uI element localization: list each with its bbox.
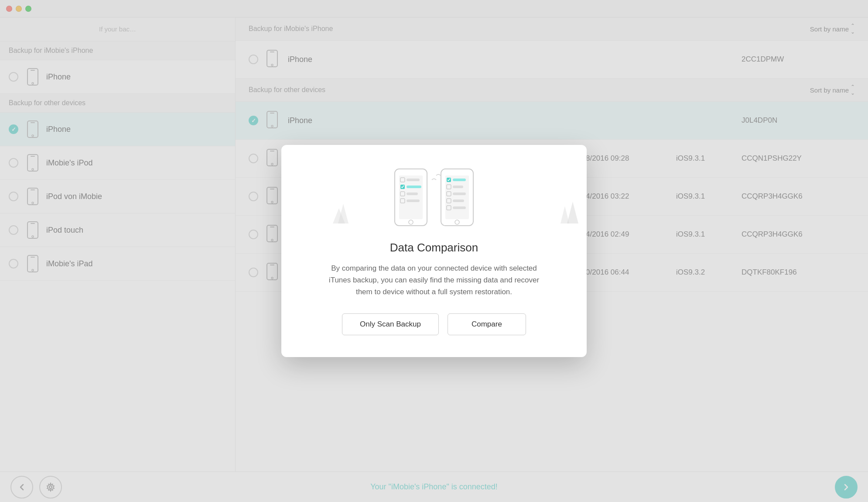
modal-illustration	[303, 162, 565, 232]
app-window: If your bac… Backup for iMobie's iPhone …	[0, 0, 868, 502]
svg-rect-46	[407, 186, 421, 188]
only-scan-backup-button[interactable]: Only Scan Backup	[342, 313, 439, 335]
modal-title: Data Comparison	[303, 241, 565, 254]
svg-rect-55	[453, 179, 466, 181]
svg-rect-44	[407, 179, 420, 181]
data-comparison-modal: Data Comparison By comparing the data on…	[281, 145, 587, 358]
phone-comparison-illustration	[386, 165, 482, 230]
modal-description: By comparing the data on your connected …	[321, 262, 547, 298]
svg-rect-57	[453, 186, 463, 188]
modal-buttons: Only Scan Backup Compare	[303, 313, 565, 335]
svg-rect-61	[453, 199, 464, 202]
svg-rect-50	[407, 199, 420, 202]
svg-rect-48	[407, 193, 418, 195]
compare-button[interactable]: Compare	[448, 313, 526, 335]
modal-overlay: Data Comparison By comparing the data on…	[0, 0, 868, 502]
svg-rect-59	[453, 193, 466, 195]
svg-rect-63	[453, 206, 466, 209]
svg-marker-38	[567, 202, 578, 223]
